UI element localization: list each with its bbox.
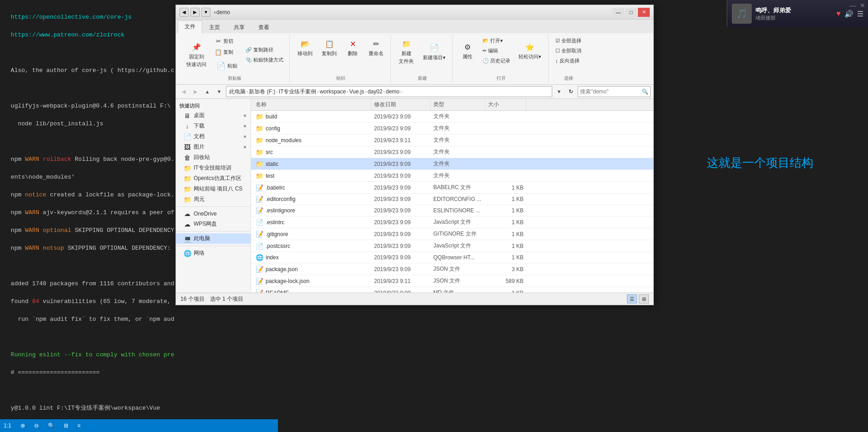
file-row-config[interactable]: 📁config 2019/9/23 9:09 文件夹 xyxy=(251,123,653,134)
view-btn-large[interactable]: ⊞ xyxy=(639,294,649,303)
path-vuejs[interactable]: Vue.js xyxy=(349,88,364,95)
tab-share[interactable]: 共享 xyxy=(227,21,252,33)
col-header-size[interactable]: 大小 xyxy=(485,99,526,110)
file-size-babelrc: 1 KB xyxy=(485,184,526,192)
ribbon-btn-properties[interactable]: ⚙ 属性 xyxy=(457,39,478,62)
nav-recent-button[interactable]: ▼ xyxy=(214,87,224,97)
opentcs-icon: 📁 xyxy=(183,175,191,182)
sidebar-item-onedrive[interactable]: ☁ OneDrive xyxy=(176,209,251,219)
nav-forward-button[interactable]: ▶ xyxy=(190,87,200,97)
file-row-static[interactable]: 📁static 2019/9/23 9:09 文件夹 xyxy=(251,158,653,170)
path-demo[interactable]: demo xyxy=(386,88,400,95)
bs-grid[interactable]: ⊞ xyxy=(64,422,68,429)
path-day02[interactable]: day02 xyxy=(368,88,383,95)
ribbon-btn-rename[interactable]: ✏ 重命名 xyxy=(365,36,388,59)
music-minimize-button[interactable]: — xyxy=(850,2,856,9)
ribbon-btn-select-none[interactable]: ☐ 全部取消 xyxy=(552,46,585,56)
file-row-package-lock-json[interactable]: 📝package-lock.json 2019/9/23 9:11 JSON 文… xyxy=(251,275,653,287)
file-row-postcssrc[interactable]: 📄.postcssrc 2019/9/23 9:09 JavaScript 文件… xyxy=(251,240,653,252)
window-controls[interactable]: — □ ✕ xyxy=(612,8,650,17)
tab-view[interactable]: 查看 xyxy=(252,21,276,33)
view-btn-details[interactable]: ☰ xyxy=(627,294,637,303)
ribbon-btn-paste[interactable]: 📄 粘贴 xyxy=(211,58,241,73)
ribbon-btn-delete[interactable]: ✕ 删除 xyxy=(342,36,364,59)
sidebar-item-website[interactable]: 📁 网站前端 项目八 CS xyxy=(176,184,251,194)
ribbon-btn-select-all[interactable]: ☑ 全部选择 xyxy=(552,36,585,46)
sidebar-item-this-pc[interactable]: 💻 此电脑 xyxy=(176,233,251,244)
file-row-readme[interactable]: 📝README 2019/9/23 9:09 MD 文件 1 KB xyxy=(251,287,653,293)
list-icon[interactable]: ≡ xyxy=(77,422,81,429)
tab-file[interactable]: 文件 xyxy=(178,21,202,33)
file-row-index[interactable]: 🌐index 2019/9/23 9:09 QQBrowser HT... 1 … xyxy=(251,252,653,263)
file-row-babelrc[interactable]: 📝.babelrc 2019/9/23 9:09 BABELRC 文件 1 KB xyxy=(251,182,653,194)
sidebar-item-downloads[interactable]: ↓ 下载 ★ xyxy=(176,121,251,131)
bs-search[interactable]: 🔍 xyxy=(48,422,55,429)
file-row-eslintignore[interactable]: 📝.eslintignore 2019/9/23 9:09 ESLINTIGNO… xyxy=(251,205,653,216)
ribbon-btn-cut[interactable]: ✂ 剪切 xyxy=(211,36,241,46)
window-close-button[interactable]: ✕ xyxy=(638,8,650,17)
search-status-icon[interactable]: 🔍 xyxy=(48,422,55,429)
sidebar-item-zhouyuan[interactable]: 📁 周元 xyxy=(176,194,251,205)
ribbon-btn-new-folder[interactable]: 📁 新建 文件夹 xyxy=(395,36,418,67)
address-path[interactable]: 此电脑 › 新加卷 (F:) › IT专业练手案例 › workspace › … xyxy=(226,86,552,97)
search-button[interactable]: 🔍 xyxy=(640,87,650,96)
file-row-editorconfig[interactable]: 📝.editorconfig 2019/9/23 9:09 EDITORCONF… xyxy=(251,194,653,205)
ribbon-btn-open[interactable]: 📂 打开▾ xyxy=(479,36,514,46)
sidebar-item-opentcs[interactable]: 📁 Opentcs仿真工作区 xyxy=(176,173,251,184)
music-volume-button[interactable]: 🔊 xyxy=(844,10,853,18)
sidebar-item-documents[interactable]: 📄 文档 ★ xyxy=(176,131,251,142)
col-header-type[interactable]: 类型 xyxy=(431,99,485,110)
ribbon-btn-copy-to[interactable]: 📋 复制到 xyxy=(318,36,341,59)
file-row-src[interactable]: 📁src 2019/9/23 9:09 文件夹 xyxy=(251,146,653,158)
nav-back-button[interactable]: ◀ xyxy=(179,87,189,97)
path-pc[interactable]: 此电脑 xyxy=(229,88,246,96)
sidebar-item-recycle[interactable]: 🗑 回收站 xyxy=(176,152,251,163)
sidebar-item-it-training[interactable]: 📁 IT专业技能培训 xyxy=(176,163,251,173)
bs-zoom-in[interactable]: ⊕ xyxy=(21,422,25,429)
ribbon-btn-invert[interactable]: ↕ 反向选择 xyxy=(552,56,585,66)
path-it[interactable]: IT专业练手案例 xyxy=(279,88,317,96)
music-menu-button[interactable]: ☰ xyxy=(857,10,863,18)
ribbon-btn-move-to[interactable]: 📂 移动到 xyxy=(293,36,317,59)
col-header-date[interactable]: 修改日期 xyxy=(371,99,431,110)
ribbon-btn-easy-access[interactable]: ⭐ 轻松访问▾ xyxy=(514,39,545,62)
path-workspace[interactable]: workspace xyxy=(320,88,346,95)
search-input[interactable] xyxy=(578,87,640,96)
refresh-button[interactable]: ↻ xyxy=(566,87,576,97)
ribbon-btn-copy[interactable]: 📋 复制 xyxy=(211,47,241,57)
file-row-gitignore[interactable]: 📝.gitignore 2019/9/23 9:09 GITIGNORE 文件 … xyxy=(251,228,653,240)
ribbon-btn-new-item[interactable]: 📄 新建项目▾ xyxy=(419,40,450,63)
ribbon-btn-pin[interactable]: 📌 固定到 快速访问 xyxy=(182,39,211,70)
nav-dropdown-button[interactable]: ▼ xyxy=(554,87,564,97)
bs-list[interactable]: ≡ xyxy=(77,422,81,429)
file-row-test[interactable]: 📁test 2019/9/23 9:09 文件夹 xyxy=(251,170,653,182)
tab-home[interactable]: 主页 xyxy=(202,21,227,33)
search-box[interactable]: 🔍 xyxy=(578,86,651,97)
grid-icon[interactable]: ⊞ xyxy=(64,422,68,429)
nav-up-button[interactable]: ▲ xyxy=(202,87,212,97)
sidebar-item-wps[interactable]: ☁ WPS网盘 xyxy=(176,219,251,229)
ribbon-btn-history[interactable]: 🕐 历史记录 xyxy=(479,56,514,66)
ribbon-btn-paste-shortcut[interactable]: 📎 粘贴快捷方式 xyxy=(242,55,287,65)
ribbon-btn-edit[interactable]: ✏ 编辑 xyxy=(479,46,514,56)
path-drive[interactable]: 新加卷 (F:) xyxy=(249,88,275,96)
file-row-node-modules[interactable]: 📁node_modules 2019/9/23 9:11 文件夹 xyxy=(251,134,653,146)
file-row-package-json[interactable]: 📝package.json 2019/9/23 9:09 JSON 文件 3 K… xyxy=(251,263,653,275)
sidebar-item-pictures[interactable]: 🖼 图片 ★ xyxy=(176,142,251,152)
col-header-name[interactable]: 名称 xyxy=(253,99,371,110)
file-type-babelrc: BABELRC 文件 xyxy=(431,183,485,192)
status-view-buttons[interactable]: ☰ ⊞ xyxy=(627,294,649,303)
ribbon-btn-copy-path[interactable]: 🔗 复制路径 xyxy=(242,45,287,55)
file-row-build[interactable]: 📁build 2019/9/23 9:09 文件夹 xyxy=(251,111,653,123)
window-minimize-button[interactable]: — xyxy=(612,8,624,17)
file-row-eslintrc[interactable]: 📄.eslintrc 2019/9/23 9:09 JavaScript 文件 … xyxy=(251,216,653,228)
sidebar-item-network[interactable]: 🌐 网络 xyxy=(176,248,251,258)
sidebar-item-desktop[interactable]: 🖥 桌面 ★ xyxy=(176,110,251,121)
zoom-out-icon[interactable]: ⊖ xyxy=(34,422,39,429)
music-like-button[interactable]: ♥ xyxy=(837,10,841,18)
music-close-button[interactable]: ✕ xyxy=(860,2,865,9)
music-controls[interactable]: ♥ 🔊 ☰ xyxy=(837,10,864,18)
bs-zoom-out[interactable]: ⊖ xyxy=(34,422,39,429)
window-maximize-button[interactable]: □ xyxy=(625,8,637,17)
zoom-in-icon[interactable]: ⊕ xyxy=(21,422,25,429)
